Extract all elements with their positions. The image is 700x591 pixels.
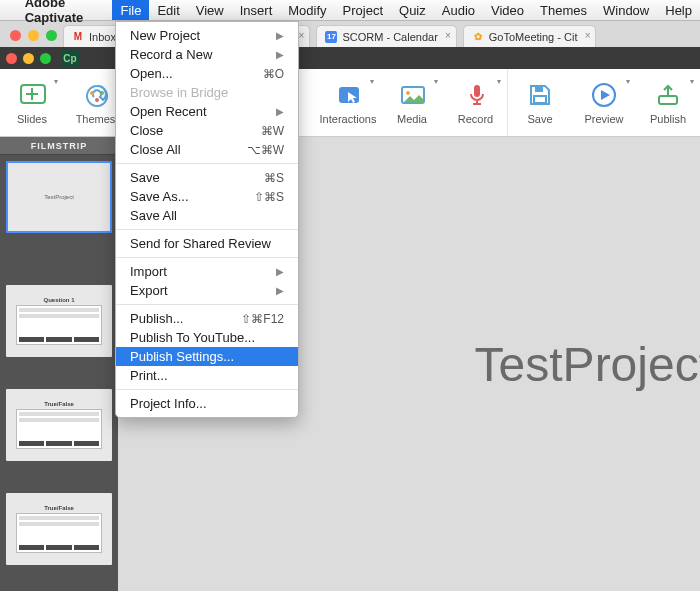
minimize-window-icon[interactable]: [23, 53, 34, 64]
tool-label: Slides: [17, 113, 47, 125]
slide-title-text: TestProject: [475, 337, 700, 392]
menu-item-label: Open...: [130, 66, 173, 81]
menu-separator: [116, 389, 298, 390]
menu-video[interactable]: Video: [483, 0, 532, 20]
filmstrip-thumbs: TestProject Question 1 True/False: [0, 155, 118, 591]
menu-item-project-info[interactable]: Project Info...: [116, 394, 298, 413]
slide-thumb[interactable]: True/False: [6, 493, 112, 565]
menu-item-record-a-new[interactable]: Record a New▶: [116, 45, 298, 64]
menu-item-send-for-shared-review[interactable]: Send for Shared Review: [116, 234, 298, 253]
menu-item-close[interactable]: Close⌘W: [116, 121, 298, 140]
save-icon: [526, 81, 554, 109]
dropdown-arrow-icon: ▾: [434, 77, 438, 86]
menu-insert[interactable]: Insert: [232, 0, 281, 20]
captivate-logo-icon: Cp: [61, 49, 79, 67]
submenu-arrow-icon: ▶: [276, 266, 284, 277]
menu-item-publish[interactable]: Publish...⇧⌘F12: [116, 309, 298, 328]
slide-thumb[interactable]: True/False: [6, 389, 112, 461]
svg-rect-13: [659, 96, 677, 104]
menu-separator: [116, 229, 298, 230]
filmstrip-panel: FILMSTRIP TestProject Question 1 True/Fa…: [0, 137, 118, 591]
menu-item-label: New Project: [130, 28, 200, 43]
media-button[interactable]: ▾ Media: [380, 69, 444, 136]
submenu-arrow-icon: ▶: [276, 285, 284, 296]
tool-label: Media: [397, 113, 427, 125]
browser-tab[interactable]: ✿ GoToMeeting - Cit ×: [463, 25, 597, 47]
menu-shortcut: ⌘O: [263, 67, 284, 81]
menu-item-save[interactable]: Save⌘S: [116, 168, 298, 187]
menu-item-label: Print...: [130, 368, 168, 383]
menu-item-export[interactable]: Export▶: [116, 281, 298, 300]
svg-point-8: [406, 91, 410, 95]
app-name[interactable]: Adobe Captivate: [17, 0, 113, 25]
menu-shortcut: ⌥⌘W: [247, 143, 284, 157]
close-tab-icon[interactable]: ×: [585, 30, 591, 41]
zoom-window-icon[interactable]: [46, 30, 57, 41]
menu-file[interactable]: File: [112, 0, 149, 20]
media-icon: [398, 81, 426, 109]
mac-menubar: Adobe Captivate File Edit View Insert Mo…: [0, 0, 700, 21]
gotomeeting-icon: ✿: [472, 31, 484, 43]
menu-item-label: Import: [130, 264, 167, 279]
menu-shortcut: ⌘W: [261, 124, 284, 138]
thumb-title: True/False: [44, 401, 74, 407]
browser-tab[interactable]: 17 SCORM - Calendar ×: [316, 25, 456, 47]
interactions-button[interactable]: ▾ Interactions: [316, 69, 380, 136]
menu-item-label: Project Info...: [130, 396, 207, 411]
menu-quiz[interactable]: Quiz: [391, 0, 434, 20]
publish-icon: [654, 81, 682, 109]
menu-item-close-all[interactable]: Close All⌥⌘W: [116, 140, 298, 159]
menu-item-print[interactable]: Print...: [116, 366, 298, 385]
menu-project[interactable]: Project: [335, 0, 391, 20]
menu-themes[interactable]: Themes: [532, 0, 595, 20]
zoom-window-icon[interactable]: [40, 53, 51, 64]
menu-item-label: Record a New: [130, 47, 212, 62]
menu-item-save-as[interactable]: Save As...⇧⌘S: [116, 187, 298, 206]
menu-item-import[interactable]: Import▶: [116, 262, 298, 281]
menu-item-open-recent[interactable]: Open Recent▶: [116, 102, 298, 121]
menu-audio[interactable]: Audio: [434, 0, 483, 20]
menu-window[interactable]: Window: [595, 0, 657, 20]
svg-rect-10: [535, 86, 543, 92]
tool-label: Preview: [584, 113, 623, 125]
calendar-icon: 17: [325, 31, 337, 43]
menu-item-publish-settings[interactable]: Publish Settings...: [116, 347, 298, 366]
menu-item-browse-in-bridge: Browse in Bridge: [116, 83, 298, 102]
slide-thumb[interactable]: TestProject: [6, 161, 112, 233]
gmail-icon: M: [72, 31, 84, 43]
menu-item-new-project[interactable]: New Project▶: [116, 26, 298, 45]
menu-item-label: Publish Settings...: [130, 349, 234, 364]
menu-item-publish-to-youtube[interactable]: Publish To YouTube...: [116, 328, 298, 347]
menu-modify[interactable]: Modify: [280, 0, 334, 20]
svg-rect-9: [474, 85, 480, 97]
themes-icon: [82, 81, 110, 109]
save-button[interactable]: Save: [508, 69, 572, 136]
dropdown-arrow-icon: ▾: [497, 77, 501, 86]
menu-item-save-all[interactable]: Save All: [116, 206, 298, 225]
dropdown-arrow-icon: ▾: [370, 77, 374, 86]
dropdown-arrow-icon: ▾: [626, 77, 630, 86]
slides-button[interactable]: ▾ Slides: [0, 69, 64, 136]
menu-separator: [116, 163, 298, 164]
menu-item-label: Open Recent: [130, 104, 207, 119]
minimize-window-icon[interactable]: [28, 30, 39, 41]
close-tab-icon[interactable]: ×: [445, 30, 451, 41]
record-icon: [462, 81, 490, 109]
menu-view[interactable]: View: [188, 0, 232, 20]
menu-item-open[interactable]: Open...⌘O: [116, 64, 298, 83]
tab-label: GoToMeeting - Cit: [489, 31, 578, 43]
thumb-title: Question 1: [43, 297, 74, 303]
record-button[interactable]: ▾ Record: [444, 69, 508, 136]
slide-thumb[interactable]: Question 1: [6, 285, 112, 357]
close-window-icon[interactable]: [6, 53, 17, 64]
svg-point-3: [90, 91, 94, 95]
publish-button[interactable]: ▾ Publish: [636, 69, 700, 136]
menu-help[interactable]: Help: [657, 0, 700, 20]
close-window-icon[interactable]: [10, 30, 21, 41]
close-tab-icon[interactable]: ×: [299, 30, 305, 41]
menu-item-label: Publish...: [130, 311, 183, 326]
preview-button[interactable]: ▾ Preview: [572, 69, 636, 136]
main-toolbar: ▾ Slides Themes ▾ Interactions ▾ Media ▾…: [0, 69, 700, 137]
menu-edit[interactable]: Edit: [149, 0, 187, 20]
menu-item-label: Save: [130, 170, 160, 185]
